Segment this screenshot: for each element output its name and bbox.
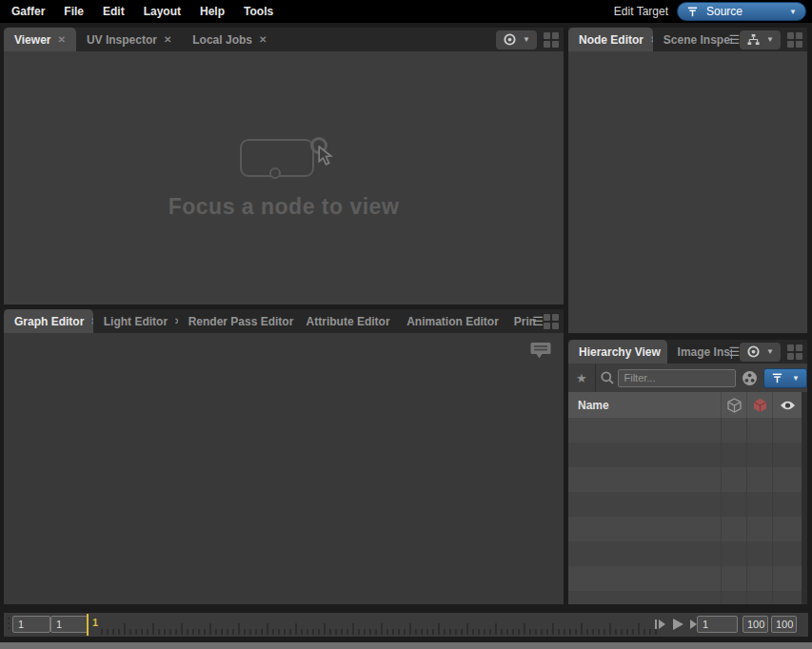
column-divider: [721, 418, 722, 604]
vertical-scrollbar[interactable]: [802, 392, 807, 604]
tab-label: Graph Editor: [14, 315, 84, 328]
table-row[interactable]: [568, 492, 802, 517]
tab-scene-inspector[interactable]: Scene Inspecto: [653, 28, 733, 51]
tab-graph-editor[interactable]: Graph Editor ✕: [4, 309, 93, 333]
table-row[interactable]: [568, 467, 802, 492]
column-header-exclusions[interactable]: [746, 392, 772, 418]
tab-list-menu-icon[interactable]: ☰: [532, 309, 544, 333]
bookmark-star-icon[interactable]: ★: [568, 371, 595, 385]
eye-icon: [780, 400, 796, 411]
close-icon[interactable]: ✕: [259, 34, 267, 45]
tab-light-editor[interactable]: Light Editor ✕: [93, 309, 178, 333]
playhead-marker[interactable]: [87, 614, 89, 636]
tab-label: Render Pass Editor: [188, 315, 294, 328]
viewer-body[interactable]: Focus a node to view: [4, 51, 564, 305]
edit-target-dropdown[interactable]: Source ▼: [677, 2, 806, 21]
menu-file[interactable]: File: [64, 5, 84, 18]
node-editor-body[interactable]: [568, 51, 807, 333]
menu-tools[interactable]: Tools: [244, 5, 273, 18]
table-row[interactable]: [568, 418, 802, 442]
hierarchy-tabbar: Hierarchy View ✕ Image Inspe ☰ ▼: [568, 340, 807, 364]
column-header-name[interactable]: Name: [568, 399, 721, 412]
menu-gaffer[interactable]: Gaffer: [11, 5, 45, 18]
tab-local-jobs[interactable]: Local Jobs ✕: [182, 28, 277, 51]
close-icon[interactable]: ✕: [164, 34, 171, 45]
tab-label: UV Inspector: [87, 33, 157, 47]
graph-editor-body[interactable]: [4, 333, 564, 604]
tab-uv-inspector[interactable]: UV Inspector ✕: [76, 28, 182, 51]
tab-prim[interactable]: Prim: [504, 309, 537, 333]
node-editor-panel: Node Editor ✕ Scene Inspecto ☰ ▼: [568, 28, 807, 333]
table-row[interactable]: [568, 541, 802, 566]
tab-list-menu-icon[interactable]: ☰: [728, 28, 740, 51]
filter-input[interactable]: [618, 369, 736, 387]
tab-attribute-editor[interactable]: Attribute Editor ✕: [296, 309, 397, 333]
layout-menu-icon[interactable]: [544, 32, 559, 48]
menu-edit[interactable]: Edit: [103, 5, 125, 18]
hierarchy-view-panel: Hierarchy View ✕ Image Inspe ☰ ▼ ★: [568, 340, 807, 604]
layout-menu-icon[interactable]: [787, 32, 802, 48]
current-frame-field[interactable]: 1: [697, 616, 738, 633]
tab-label: Local Jobs: [192, 33, 252, 47]
tab-label: Node Editor: [579, 33, 644, 47]
tab-image-inspector[interactable]: Image Inspe: [667, 340, 733, 364]
table-row[interactable]: [568, 591, 802, 604]
tab-viewer[interactable]: Viewer ✕: [4, 28, 76, 51]
editor-focus-button[interactable]: ▼: [740, 343, 781, 362]
tab-list-menu-icon[interactable]: ☰: [728, 340, 740, 364]
table-row[interactable]: [568, 566, 802, 591]
cube-outline-icon: [727, 398, 742, 413]
tab-animation-editor[interactable]: Animation Editor ✕: [396, 309, 504, 333]
node-editor-tabbar-buttons: ▼: [740, 28, 807, 51]
tab-label: Attribute Editor: [307, 315, 390, 328]
node-graph-icon: [746, 33, 761, 46]
chevron-down-icon: ▼: [766, 35, 774, 44]
edit-target-icon: [686, 6, 699, 18]
close-icon[interactable]: ✕: [57, 34, 65, 45]
tab-label: Scene Inspecto: [663, 33, 733, 47]
tab-render-pass-editor[interactable]: Render Pass Editor ✕: [178, 309, 296, 333]
editor-focus-button[interactable]: ▼: [740, 30, 781, 49]
hierarchy-filter-row: ★ ▼: [568, 364, 807, 392]
column-header-inclusions[interactable]: [721, 392, 746, 418]
frame-snap-field[interactable]: 1: [50, 616, 89, 633]
divider: [595, 364, 596, 392]
viewer-empty-message: Focus a node to view: [4, 194, 564, 220]
table-row[interactable]: [568, 442, 802, 467]
frame-start-field[interactable]: 1: [12, 616, 50, 633]
chevron-down-icon: ▼: [789, 8, 797, 16]
skip-to-start-button[interactable]: [655, 619, 665, 630]
layout-menu-icon[interactable]: [787, 344, 802, 360]
layout-menu-icon[interactable]: [544, 314, 559, 329]
editor-focus-button[interactable]: ▼: [496, 30, 537, 49]
timeline-bar: 1 1 1 1 100 100: [4, 613, 808, 637]
column-header-visibility[interactable]: [772, 392, 802, 418]
menu-layout[interactable]: Layout: [144, 5, 181, 18]
cursor-icon: [317, 146, 334, 171]
column-divider: [746, 418, 747, 604]
stop-frame-field[interactable]: 100: [771, 616, 797, 633]
playback-controls: [655, 619, 701, 630]
red-cube-icon: [753, 398, 767, 413]
column-divider: [772, 418, 773, 604]
bullseye-icon: [503, 32, 517, 47]
end-frame-field[interactable]: 100: [743, 616, 768, 633]
tab-label: Viewer: [14, 33, 50, 47]
menu-help[interactable]: Help: [200, 5, 225, 18]
chevron-down-icon: ▼: [766, 347, 774, 356]
chevron-down-icon: ▼: [792, 374, 800, 383]
tab-hierarchy-view[interactable]: Hierarchy View ✕: [568, 340, 667, 364]
edit-target-control: Edit Target Source ▼: [614, 1, 806, 22]
tab-node-editor[interactable]: Node Editor ✕: [568, 28, 653, 51]
edit-target-value: Source: [706, 5, 782, 18]
annotation-bubble-icon[interactable]: [529, 341, 552, 365]
table-row[interactable]: [568, 517, 802, 541]
viewer-tabbar: Viewer ✕ UV Inspector ✕ Local Jobs ✕ ▼: [4, 28, 564, 51]
hierarchy-table-body[interactable]: [568, 418, 802, 604]
set-membership-icon[interactable]: [742, 370, 758, 386]
timeline-ruler[interactable]: [101, 621, 661, 635]
drag-handle[interactable]: [8, 618, 10, 629]
edit-scope-dropdown[interactable]: ▼: [763, 368, 807, 388]
chevron-down-icon: ▼: [523, 35, 530, 44]
play-button[interactable]: [672, 619, 683, 630]
